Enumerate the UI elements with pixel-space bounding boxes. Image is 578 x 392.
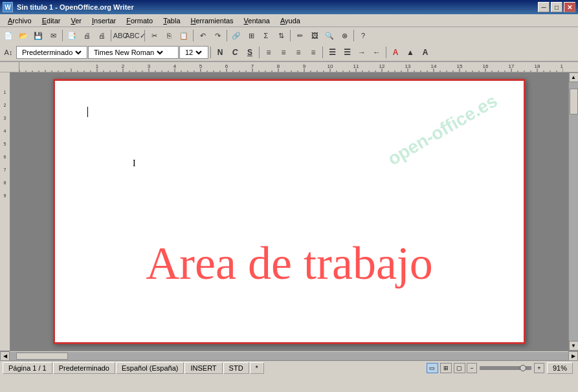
document-page[interactable]: I open-office.es Area de trabajo bbox=[53, 79, 526, 344]
style-select[interactable]: Predeterminado bbox=[19, 48, 83, 57]
show-functions-button[interactable]: Σ bbox=[259, 28, 273, 43]
highlight-button[interactable]: ▲ bbox=[403, 45, 417, 60]
email-button[interactable]: ✉ bbox=[46, 28, 60, 43]
close-button[interactable]: ✕ bbox=[564, 2, 575, 12]
insert-mode[interactable]: INSERT bbox=[184, 362, 222, 374]
style-dropdown[interactable]: Predeterminado bbox=[16, 46, 87, 59]
styles-icon[interactable]: A↕ bbox=[1, 45, 16, 60]
app-icon: W bbox=[3, 2, 13, 12]
watermark: open-office.es bbox=[384, 91, 501, 170]
font-dropdown[interactable]: Times New Roman bbox=[88, 46, 179, 59]
sep3 bbox=[144, 30, 145, 41]
ruler-v-3: 3 bbox=[4, 111, 6, 124]
pdf-button[interactable]: 📑 bbox=[65, 28, 79, 43]
undo-button[interactable]: ↶ bbox=[195, 28, 210, 43]
paste-button[interactable]: 📋 bbox=[177, 28, 191, 43]
sep5 bbox=[227, 30, 227, 41]
draw-button[interactable]: ✏ bbox=[293, 28, 307, 43]
ruler-v-2: 2 bbox=[4, 98, 6, 111]
scroll-right-button[interactable]: ▶ bbox=[568, 351, 578, 361]
window-title: Sin titulo 1 - OpenOffice.org Writer bbox=[17, 3, 134, 11]
new-button[interactable]: 📄 bbox=[1, 28, 16, 43]
zoom-out-button[interactable]: − bbox=[467, 363, 477, 373]
view-full-button[interactable]: ▢ bbox=[454, 363, 465, 373]
scroll-thumb-v[interactable] bbox=[570, 89, 578, 114]
menu-editar[interactable]: Editar bbox=[37, 16, 66, 26]
maximize-button[interactable]: □ bbox=[551, 2, 562, 12]
hyperlink-button[interactable]: 🔗 bbox=[229, 28, 243, 43]
find-button[interactable]: 🔍 bbox=[322, 28, 337, 43]
increase-indent-button[interactable]: → bbox=[355, 45, 369, 60]
style-info: Predeterminado bbox=[53, 362, 115, 374]
zoom-slider[interactable] bbox=[480, 366, 531, 370]
decrease-indent-button[interactable]: ← bbox=[370, 45, 384, 60]
std-mode[interactable]: STD bbox=[223, 362, 249, 374]
view-web-button[interactable]: ⊞ bbox=[440, 363, 452, 373]
ruler-corner bbox=[0, 62, 19, 72]
sep1 bbox=[62, 30, 63, 41]
window-controls[interactable]: ─ □ ✕ bbox=[538, 2, 575, 12]
font-color-button[interactable]: A bbox=[388, 45, 403, 60]
scroll-thumb-h[interactable] bbox=[16, 353, 68, 360]
sep10 bbox=[322, 47, 323, 58]
italic-button[interactable]: C bbox=[228, 45, 242, 60]
zoom-percent: 91% bbox=[547, 362, 573, 374]
zoom-in-button[interactable]: + bbox=[534, 363, 544, 373]
horizontal-scrollbar[interactable]: ◀ ▶ bbox=[0, 351, 578, 360]
sep8 bbox=[210, 47, 211, 58]
print-preview-button[interactable]: 🖨 bbox=[80, 28, 94, 43]
menu-formato[interactable]: Formato bbox=[121, 16, 158, 26]
align-center-button[interactable]: ≡ bbox=[276, 45, 291, 60]
image-button[interactable]: 🖼 bbox=[307, 28, 322, 43]
help-button[interactable]: ? bbox=[356, 28, 370, 43]
document-container[interactable]: I open-office.es Area de trabajo bbox=[10, 72, 568, 351]
scroll-left-button[interactable]: ◀ bbox=[0, 351, 10, 361]
vertical-scrollbar[interactable]: ▲ ▼ bbox=[568, 72, 578, 351]
redo-button[interactable]: ↷ bbox=[210, 28, 225, 43]
scroll-up-button[interactable]: ▲ bbox=[569, 72, 579, 82]
table-button[interactable]: ⊞ bbox=[244, 28, 258, 43]
print-button[interactable]: 🖨 bbox=[94, 28, 109, 43]
background-color-button[interactable]: A bbox=[418, 45, 432, 60]
ruler-v-9: 9 bbox=[4, 189, 6, 202]
font-select[interactable]: Times New Roman bbox=[91, 48, 165, 57]
menu-herramientas[interactable]: Herramientas bbox=[186, 16, 239, 26]
menu-ventana[interactable]: Ventana bbox=[239, 16, 275, 26]
scroll-track-v[interactable] bbox=[569, 82, 579, 341]
menu-ver[interactable]: Ver bbox=[65, 16, 87, 26]
zoom-slider-thumb[interactable] bbox=[520, 365, 526, 371]
ruler-scale bbox=[19, 62, 578, 72]
title-bar: W Sin titulo 1 - OpenOffice.org Writer ─… bbox=[0, 0, 578, 14]
autocorrect-button[interactable]: ABC✓ bbox=[128, 28, 142, 43]
sort-button[interactable]: ⇅ bbox=[274, 28, 288, 43]
minimize-button[interactable]: ─ bbox=[538, 2, 550, 12]
menu-ayuda[interactable]: Ayuda bbox=[275, 16, 306, 26]
sep6 bbox=[290, 30, 291, 41]
scroll-track-h[interactable] bbox=[10, 352, 568, 360]
align-right-button[interactable]: ≡ bbox=[291, 45, 306, 60]
toolbar-row-2: A↕ Predeterminado Times New Roman 12 N C… bbox=[0, 44, 578, 61]
cursor-ibeam: I bbox=[133, 158, 136, 169]
ruler-v-7: 7 bbox=[4, 163, 6, 176]
scroll-down-button[interactable]: ▼ bbox=[569, 341, 579, 351]
menu-archivo[interactable]: Archivo bbox=[3, 16, 37, 26]
menu-bar: Archivo Editar Ver Insertar Formato Tabl… bbox=[0, 14, 578, 27]
menu-insertar[interactable]: Insertar bbox=[87, 16, 121, 26]
open-button[interactable]: 📂 bbox=[16, 28, 30, 43]
datasource-button[interactable]: ⊗ bbox=[337, 28, 351, 43]
cut-button[interactable]: ✂ bbox=[147, 28, 161, 43]
align-left-button[interactable]: ≡ bbox=[261, 45, 276, 60]
align-justify-button[interactable]: ≡ bbox=[306, 45, 320, 60]
underline-button[interactable]: S bbox=[243, 45, 257, 60]
number-list-button[interactable]: ☰ bbox=[340, 45, 354, 60]
view-normal-button[interactable]: ▭ bbox=[427, 363, 438, 373]
page-info: Página 1 / 1 bbox=[3, 362, 52, 374]
save-button[interactable]: 💾 bbox=[31, 28, 45, 43]
size-select[interactable]: 12 bbox=[183, 48, 204, 57]
modified-indicator: * bbox=[250, 362, 264, 374]
size-dropdown[interactable]: 12 bbox=[179, 46, 208, 59]
menu-tabla[interactable]: Tabla bbox=[158, 16, 185, 26]
bullet-list-button[interactable]: ☰ bbox=[325, 45, 339, 60]
bold-button[interactable]: N bbox=[213, 45, 227, 60]
copy-button[interactable]: ⎘ bbox=[162, 28, 176, 43]
